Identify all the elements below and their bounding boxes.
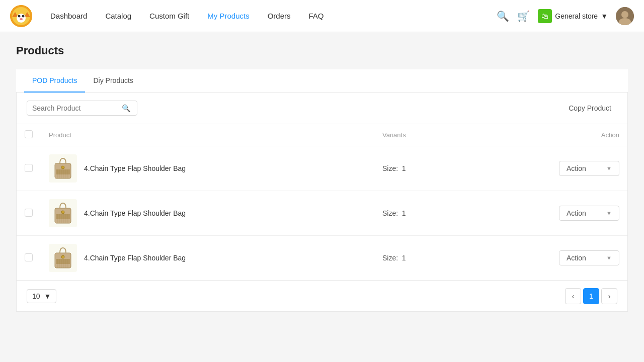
col-action: Action bbox=[461, 124, 627, 146]
pagination-controls: ‹ 1 › bbox=[565, 288, 617, 304]
page-size-value: 10 bbox=[32, 292, 40, 300]
variants-label-1: Size: 1 bbox=[382, 209, 406, 217]
avatar[interactable] bbox=[616, 7, 634, 25]
col-checkbox bbox=[17, 124, 41, 146]
prev-page-button[interactable]: ‹ bbox=[565, 288, 581, 304]
svg-point-5 bbox=[18, 15, 21, 17]
cart-icon[interactable]: 🛒 bbox=[517, 10, 530, 22]
table-row: 4.Chain Type Flap Shoulder Bag Size: 1 A… bbox=[17, 236, 627, 281]
row-2-product-cell: 4.Chain Type Flap Shoulder Bag bbox=[41, 236, 374, 281]
product-cell-2: 4.Chain Type Flap Shoulder Bag bbox=[49, 244, 366, 272]
action-chevron-1: ▼ bbox=[606, 210, 612, 216]
next-page-button[interactable]: › bbox=[601, 288, 617, 304]
select-all-checkbox[interactable] bbox=[25, 130, 33, 138]
nav-catalog[interactable]: Catalog bbox=[97, 8, 139, 24]
tab-diy-products[interactable]: Diy Products bbox=[85, 69, 141, 93]
action-label-2: Action bbox=[567, 254, 586, 262]
page-size-select[interactable]: 10 ▼ bbox=[27, 289, 56, 303]
search-icon[interactable]: 🔍 bbox=[497, 10, 509, 22]
action-label-0: Action bbox=[567, 164, 586, 172]
row-1-action-cell: Action ▼ bbox=[461, 191, 627, 236]
row-1-product-cell: 4.Chain Type Flap Shoulder Bag bbox=[41, 191, 374, 236]
action-dropdown-2[interactable]: Action ▼ bbox=[559, 250, 619, 265]
main-content: Products POD Products Diy Products 🔍 Cop… bbox=[0, 32, 644, 324]
table-row: 4.Chain Type Flap Shoulder Bag Size: 1 A… bbox=[17, 146, 627, 191]
product-cell-0: 4.Chain Type Flap Shoulder Bag bbox=[49, 154, 366, 183]
svg-point-28 bbox=[61, 211, 64, 214]
tabs: POD Products Diy Products bbox=[16, 69, 628, 93]
table-header-row: Product Variants Action bbox=[17, 124, 627, 146]
store-icon: 🛍 bbox=[538, 9, 552, 23]
product-thumb-0 bbox=[49, 154, 77, 183]
store-name: General store bbox=[555, 12, 598, 20]
col-variants: Variants bbox=[374, 124, 461, 146]
nav-orders[interactable]: Orders bbox=[260, 8, 299, 24]
search-submit-icon[interactable]: 🔍 bbox=[122, 104, 130, 112]
header-actions: 🔍 🛒 🛍 General store ▼ bbox=[497, 7, 634, 25]
variants-label-0: Size: 1 bbox=[382, 164, 406, 172]
action-chevron-0: ▼ bbox=[606, 165, 612, 171]
row-0-checkbox-cell bbox=[17, 146, 41, 191]
product-name-0: 4.Chain Type Flap Shoulder Bag bbox=[84, 164, 186, 172]
variants-label-2: Size: 1 bbox=[382, 254, 406, 262]
main-nav: Dashboard Catalog Custom Gift My Product… bbox=[42, 8, 497, 24]
page-title: Products bbox=[16, 44, 628, 57]
row-0-product-cell: 4.Chain Type Flap Shoulder Bag bbox=[41, 146, 374, 191]
pagination-bar: 10 ▼ ‹ 1 › bbox=[17, 281, 627, 311]
product-name-1: 4.Chain Type Flap Shoulder Bag bbox=[84, 209, 186, 217]
svg-point-7 bbox=[20, 18, 23, 20]
page-size-chevron: ▼ bbox=[44, 292, 51, 300]
tab-pod-products[interactable]: POD Products bbox=[24, 69, 85, 93]
svg-point-19 bbox=[61, 166, 64, 169]
row-0-action-cell: Action ▼ bbox=[461, 146, 627, 191]
product-image-0 bbox=[51, 155, 75, 182]
row-1-variants-cell: Size: 1 bbox=[374, 191, 461, 236]
row-1-checkbox-cell bbox=[17, 191, 41, 236]
copy-product-button[interactable]: Copy Product bbox=[562, 101, 617, 115]
product-cell-1: 4.Chain Type Flap Shoulder Bag bbox=[49, 199, 366, 227]
action-dropdown-1[interactable]: Action ▼ bbox=[559, 206, 619, 221]
row-2-variants-cell: Size: 1 bbox=[374, 236, 461, 281]
svg-point-37 bbox=[61, 255, 64, 258]
logo[interactable] bbox=[10, 5, 32, 27]
search-input[interactable] bbox=[32, 104, 118, 112]
page-1-button[interactable]: 1 bbox=[583, 288, 599, 304]
search-box[interactable]: 🔍 bbox=[27, 101, 137, 116]
product-name-2: 4.Chain Type Flap Shoulder Bag bbox=[84, 254, 186, 262]
product-thumb-1 bbox=[49, 199, 77, 227]
avatar-icon bbox=[616, 7, 634, 25]
action-dropdown-0[interactable]: Action ▼ bbox=[559, 161, 619, 176]
row-2-checkbox[interactable] bbox=[25, 253, 33, 261]
row-0-checkbox[interactable] bbox=[25, 164, 33, 172]
logo-icon bbox=[10, 5, 32, 27]
store-dropdown-icon: ▼ bbox=[601, 12, 608, 20]
nav-my-products[interactable]: My Products bbox=[199, 8, 257, 24]
action-label-1: Action bbox=[567, 209, 586, 217]
table-row: 4.Chain Type Flap Shoulder Bag Size: 1 A… bbox=[17, 191, 627, 236]
nav-custom-gift[interactable]: Custom Gift bbox=[141, 8, 197, 24]
svg-point-6 bbox=[22, 15, 25, 17]
action-chevron-2: ▼ bbox=[606, 255, 612, 261]
nav-faq[interactable]: FAQ bbox=[300, 8, 332, 24]
panel-toolbar: 🔍 Copy Product bbox=[17, 93, 627, 124]
col-product: Product bbox=[41, 124, 374, 146]
store-selector[interactable]: 🛍 General store ▼ bbox=[538, 9, 608, 23]
product-image-2 bbox=[51, 245, 75, 271]
row-2-action-cell: Action ▼ bbox=[461, 236, 627, 281]
products-table: Product Variants Action bbox=[17, 124, 627, 281]
product-image-1 bbox=[51, 200, 75, 226]
row-1-checkbox[interactable] bbox=[25, 209, 33, 217]
row-0-variants-cell: Size: 1 bbox=[374, 146, 461, 191]
svg-point-9 bbox=[621, 11, 628, 18]
products-panel: 🔍 Copy Product Product Variants Action bbox=[16, 93, 628, 312]
row-2-checkbox-cell bbox=[17, 236, 41, 281]
product-thumb-2 bbox=[49, 244, 77, 272]
header: Dashboard Catalog Custom Gift My Product… bbox=[0, 0, 644, 32]
nav-dashboard[interactable]: Dashboard bbox=[42, 8, 95, 24]
